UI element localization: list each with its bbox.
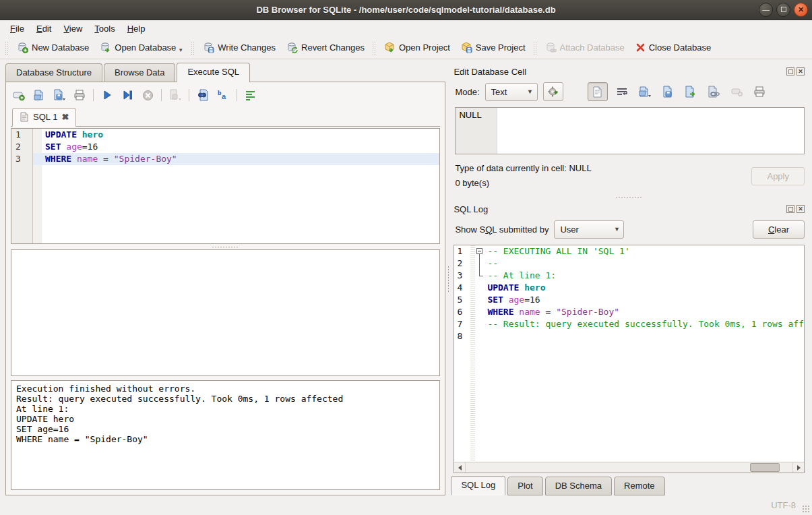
scrollbar-thumb[interactable]: [750, 463, 780, 472]
toolbar-separator: [161, 89, 162, 101]
sql-log-line[interactable]: 8: [454, 330, 804, 342]
menu-tools[interactable]: Tools: [88, 22, 121, 36]
open-sql-file-button[interactable]: [32, 88, 46, 102]
status-bar: UTF-8: [0, 495, 812, 515]
sql-log-line[interactable]: 5SET age=16: [454, 294, 804, 306]
sql-file-tab-bar: SQL 1 ✖: [11, 107, 440, 127]
code-text[interactable]: SET age=16: [42, 141, 439, 153]
scrollbar-track[interactable]: [466, 462, 792, 473]
mode-select[interactable]: Text ▼: [485, 83, 538, 101]
vertical-splitter[interactable]: [445, 63, 451, 495]
auto-apply-button[interactable]: [543, 82, 563, 101]
code-text: SET age=16: [485, 294, 804, 306]
write-changes-button[interactable]: Write Changes: [197, 39, 281, 56]
execute-sql-button[interactable]: [100, 88, 114, 102]
clear-log-button[interactable]: Clear: [753, 220, 805, 239]
close-database-button[interactable]: Close Database: [630, 40, 717, 55]
execution-log-line: UPDATE hero: [16, 414, 435, 424]
sql-log-view[interactable]: 1-- EXECUTING ALL IN 'SQL 1'2--3-- At li…: [454, 245, 805, 473]
format-sql-button[interactable]: ba: [216, 88, 230, 102]
copy-link-button[interactable]: [706, 84, 722, 100]
close-dock-icon[interactable]: ✕: [797, 67, 805, 75]
revert-changes-button[interactable]: Revert Changes: [281, 39, 370, 56]
save-sql-file-button[interactable]: [53, 88, 66, 102]
code-token: [519, 282, 524, 293]
main-area: Database Structure Browse Data Execute S…: [0, 59, 812, 495]
scroll-left-button[interactable]: [454, 462, 466, 473]
open-project-button[interactable]: Open Project: [379, 39, 456, 56]
export-cell-data-button[interactable]: [660, 84, 677, 100]
sql-log-line[interactable]: 6WHERE name = "Spider-Boy": [454, 306, 804, 318]
menu-help[interactable]: Help: [121, 22, 152, 36]
save-results-button: [168, 88, 182, 102]
code-text[interactable]: UPDATE hero: [42, 129, 439, 141]
cell-editor-area[interactable]: NULL: [455, 107, 805, 154]
tab-browse-data[interactable]: Browse Data: [104, 63, 175, 82]
dock-splitter[interactable]: [451, 195, 806, 200]
sql-log-empty-area[interactable]: [454, 342, 804, 462]
sql-log-line[interactable]: 3-- At line 1:: [454, 270, 804, 282]
print-sql-button[interactable]: [73, 88, 86, 102]
execution-status-log[interactable]: Execution finished without errors.Result…: [11, 380, 440, 490]
sql-log-line[interactable]: 7-- Result: query executed successfully.…: [454, 318, 804, 330]
cell-editor-content[interactable]: [497, 108, 804, 154]
tab-execute-sql[interactable]: Execute SQL: [177, 63, 250, 82]
print-cell-button[interactable]: [751, 84, 768, 100]
code-token: UPDATE: [487, 282, 519, 293]
resize-grip-icon[interactable]: [802, 505, 811, 514]
menu-edit[interactable]: Edit: [30, 22, 57, 36]
close-dock-icon[interactable]: ✕: [797, 205, 805, 213]
tab-remote[interactable]: Remote: [614, 477, 665, 495]
float-dock-icon[interactable]: [786, 205, 794, 213]
close-sql-tab-icon[interactable]: ✖: [61, 112, 69, 122]
save-as-template-button[interactable]: [683, 84, 699, 100]
editor-empty-area[interactable]: [11, 165, 439, 243]
open-database-dropdown-icon[interactable]: ▼: [178, 47, 183, 53]
open-sql-tab-button[interactable]: [12, 88, 26, 102]
write-changes-icon: [203, 42, 214, 53]
find-in-sql-button[interactable]: [196, 88, 210, 102]
sql-log-line[interactable]: 2--: [454, 258, 804, 270]
encoding-indicator[interactable]: UTF-8: [771, 500, 796, 510]
tab-plot[interactable]: Plot: [507, 477, 542, 495]
menu-file[interactable]: File: [4, 22, 30, 36]
sql-log-line[interactable]: 4UPDATE hero: [454, 282, 804, 294]
sql-file-tab[interactable]: SQL 1 ✖: [12, 108, 76, 127]
open-database-icon: [100, 42, 111, 53]
code-text[interactable]: WHERE name = "Spider-Boy": [42, 153, 439, 165]
code-token: -- At line 1:: [487, 270, 556, 280]
sql-editor[interactable]: 1UPDATE hero2SET age=163WHERE name = "Sp…: [11, 128, 440, 244]
maximize-button[interactable]: [776, 3, 790, 17]
minimize-button[interactable]: —: [759, 3, 773, 17]
splitter-handle[interactable]: [11, 244, 440, 249]
code-token: hero: [82, 129, 103, 140]
text-mode-button[interactable]: [588, 82, 608, 101]
code-token: SET: [487, 295, 503, 305]
save-project-button[interactable]: Save Project: [456, 39, 531, 56]
code-token: =16: [82, 142, 98, 152]
float-dock-icon[interactable]: [786, 67, 794, 75]
tab-database-structure[interactable]: Database Structure: [5, 63, 102, 82]
sql-log-line[interactable]: 1-- EXECUTING ALL IN 'SQL 1': [454, 245, 804, 258]
submitted-by-select[interactable]: User ▼: [554, 220, 624, 239]
tab-db-schema[interactable]: DB Schema: [545, 477, 612, 495]
editor-line[interactable]: 1UPDATE hero: [11, 129, 439, 141]
scroll-right-button[interactable]: [792, 462, 804, 473]
new-database-button[interactable]: New Database: [11, 39, 94, 56]
editor-line[interactable]: 3WHERE name = "Spider-Boy": [11, 153, 439, 165]
word-wrap-cell-button[interactable]: [614, 84, 631, 100]
word-wrap-button[interactable]: [244, 88, 257, 102]
horizontal-scrollbar[interactable]: [454, 462, 804, 473]
results-grid[interactable]: [11, 249, 440, 376]
import-cell-data-button[interactable]: [637, 84, 654, 100]
fold-collapse-icon[interactable]: [476, 248, 482, 254]
open-database-button[interactable]: Open Database ▼: [94, 39, 189, 56]
execute-current-line-button[interactable]: [121, 88, 134, 102]
tab-sql-log[interactable]: SQL Log: [451, 476, 505, 495]
cell-mode-row: Mode: Text ▼: [451, 79, 806, 104]
code-token: name: [77, 154, 98, 164]
close-button[interactable]: ✕: [794, 3, 808, 17]
editor-line[interactable]: 2SET age=16: [11, 141, 439, 153]
menu-view[interactable]: View: [57, 22, 88, 36]
svg-text:a: a: [222, 92, 226, 100]
